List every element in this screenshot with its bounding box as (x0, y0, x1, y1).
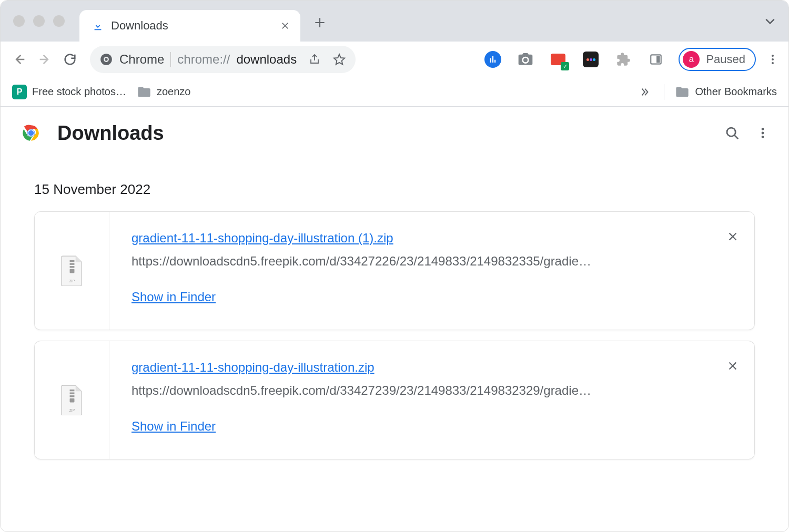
url-path: downloads (236, 52, 297, 67)
bookmark-star-icon[interactable] (332, 53, 346, 66)
back-button[interactable] (10, 50, 29, 69)
figma-extension-icon[interactable] (582, 50, 600, 68)
svg-text:ZIP: ZIP (69, 408, 75, 412)
folder-icon (675, 85, 690, 99)
svg-point-2 (105, 58, 107, 60)
download-icon (92, 20, 104, 32)
download-filename-link[interactable]: gradient-11-11-shopping-day-illustration… (132, 231, 605, 245)
svg-point-7 (772, 62, 774, 64)
bookmarks-bar: P Free stock photos… zoenzo Other Bookma… (1, 77, 788, 107)
browser-tab[interactable]: Downloads (79, 10, 300, 42)
page-header: Downloads (1, 107, 788, 155)
file-icon-area: ZIP (35, 212, 109, 330)
svg-point-6 (772, 58, 774, 60)
other-bookmarks-label: Other Bookmarks (695, 86, 777, 98)
extensions-button[interactable] (614, 50, 632, 68)
show-in-finder-link[interactable]: Show in Finder (132, 419, 732, 434)
pexels-icon: P (12, 85, 27, 99)
bookmark-label: Free stock photos… (32, 86, 126, 98)
svg-rect-21 (69, 393, 74, 394)
svg-rect-20 (69, 390, 74, 391)
zip-file-icon: ZIP (60, 385, 84, 415)
download-item: ZIP gradient-11-11-shopping-day-illustra… (34, 341, 755, 459)
share-icon[interactable] (308, 53, 321, 66)
profile-status: Paused (706, 53, 745, 66)
address-brand: Chrome (119, 52, 164, 67)
svg-rect-15 (69, 260, 74, 262)
tabs-dropdown-button[interactable] (763, 14, 777, 28)
reload-button[interactable] (60, 50, 79, 69)
screenshot-extension-icon[interactable] (517, 50, 534, 68)
svg-rect-23 (69, 398, 74, 403)
downloads-page: Downloads 15 November 2022 ZIP gradient-… (1, 107, 788, 459)
profile-avatar: a (683, 51, 700, 68)
download-filename-link[interactable]: gradient-11-11-shopping-day-illustration… (132, 360, 605, 375)
remove-download-button[interactable] (727, 360, 739, 372)
remove-download-button[interactable] (727, 231, 739, 242)
toolbar: Chrome chrome://downloads ✓ (1, 42, 788, 77)
svg-rect-4 (656, 56, 660, 63)
download-source-url: https://downloadscdn5.freepik.com/d/3342… (132, 383, 594, 398)
chrome-logo-icon (19, 121, 43, 145)
new-tab-button[interactable] (313, 16, 327, 29)
page-title: Downloads (57, 122, 709, 145)
extension-icon-1[interactable] (484, 50, 502, 68)
svg-rect-22 (69, 395, 74, 397)
svg-point-11 (727, 128, 735, 136)
folder-icon (137, 85, 151, 99)
svg-rect-16 (69, 263, 74, 265)
bookmark-label: zoenzo (157, 86, 191, 98)
divider (664, 84, 664, 100)
browser-menu-button[interactable] (766, 53, 779, 66)
file-icon-area: ZIP (35, 341, 109, 459)
other-bookmarks-folder[interactable]: Other Bookmarks (675, 85, 777, 99)
chrome-shield-icon (99, 53, 113, 66)
tab-strip: Downloads (1, 1, 788, 42)
svg-point-12 (762, 128, 764, 130)
show-in-finder-link[interactable]: Show in Finder (132, 290, 732, 304)
forward-button[interactable] (35, 50, 54, 69)
svg-rect-17 (69, 266, 74, 268)
window-controls (13, 15, 65, 27)
bookmark-folder-zoenzo[interactable]: zoenzo (137, 85, 191, 99)
search-button[interactable] (724, 125, 740, 141)
window-minimize-button[interactable] (33, 15, 45, 27)
url-scheme: chrome:// (177, 52, 230, 67)
svg-point-14 (762, 136, 764, 138)
side-panel-button[interactable] (647, 50, 665, 68)
bookmarks-overflow-button[interactable] (639, 86, 650, 98)
address-bar[interactable]: Chrome chrome://downloads (90, 46, 356, 73)
window-close-button[interactable] (13, 15, 25, 27)
tab-close-button[interactable] (278, 19, 292, 33)
download-source-url: https://downloadscdn5.freepik.com/d/3342… (132, 254, 594, 269)
svg-point-5 (772, 55, 774, 57)
svg-text:ZIP: ZIP (69, 279, 75, 283)
window-maximize-button[interactable] (53, 15, 65, 27)
zip-file-icon: ZIP (60, 255, 84, 286)
separator (170, 52, 171, 67)
profile-chip[interactable]: a Paused (679, 48, 756, 71)
tab-title: Downloads (111, 19, 271, 33)
download-item: ZIP gradient-11-11-shopping-day-illustra… (34, 211, 755, 330)
bookmark-pexels[interactable]: P Free stock photos… (12, 85, 126, 99)
svg-point-13 (762, 132, 764, 135)
date-header: 15 November 2022 (1, 155, 788, 211)
svg-rect-18 (69, 269, 74, 273)
page-menu-button[interactable] (756, 126, 770, 140)
vpn-extension-icon[interactable]: ✓ (549, 50, 567, 68)
